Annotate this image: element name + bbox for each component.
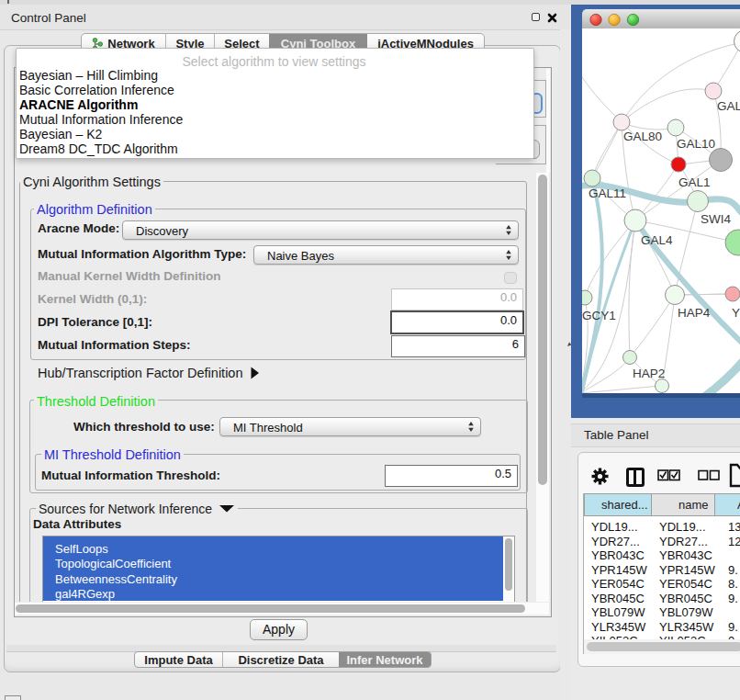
- svg-text:GAL80: GAL80: [623, 130, 662, 143]
- svg-text:HAP4: HAP4: [678, 306, 711, 320]
- svg-text:HAP2: HAP2: [633, 367, 665, 380]
- svg-text:SWI4: SWI4: [701, 212, 731, 226]
- svg-text:GCY1: GCY1: [582, 309, 616, 322]
- svg-text:GAL4: GAL4: [641, 233, 673, 247]
- svg-text:Y: Y: [732, 306, 740, 320]
- svg-text:GAL11: GAL11: [589, 186, 626, 200]
- svg-text:GAL1: GAL1: [678, 175, 711, 189]
- svg-text:GAL10: GAL10: [677, 137, 715, 151]
- svg-text:GAL: GAL: [717, 99, 740, 113]
